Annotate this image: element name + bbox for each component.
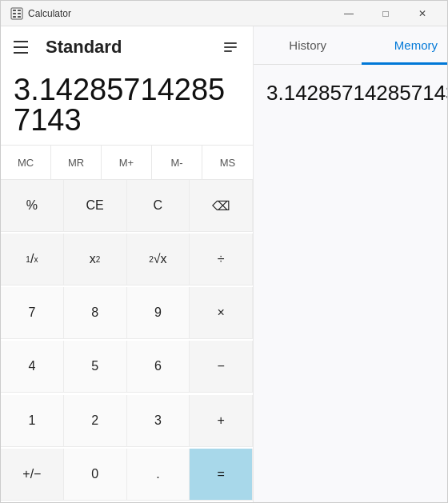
mr-button[interactable]: MR (51, 146, 102, 179)
backspace-button[interactable]: ⌫ (190, 180, 253, 232)
calc-buttons-grid: % CE C ⌫ 1/x x2 2√x ÷ 7 8 9 × 4 5 6 − 1 … (1, 180, 253, 502)
window-title: Calculator (28, 8, 71, 19)
5-button[interactable]: 5 (64, 341, 127, 393)
8-button[interactable]: 8 (64, 287, 127, 339)
0-button[interactable]: 0 (64, 449, 127, 501)
calculator-window: Calculator — □ ✕ Standard (0, 0, 448, 503)
header: Standard (1, 26, 253, 68)
equals-button[interactable]: = (190, 449, 253, 501)
ce-button[interactable]: CE (64, 180, 127, 232)
2-button[interactable]: 2 (64, 395, 127, 447)
svg-rect-9 (224, 50, 232, 52)
main-area: Standard 3.142857142857143 MC MR M+ M (1, 26, 447, 502)
minimize-button[interactable]: — (330, 1, 367, 26)
title-bar-left: Calculator (10, 7, 71, 20)
title-bar: Calculator — □ ✕ (1, 1, 447, 26)
maximize-button[interactable]: □ (367, 1, 404, 26)
display: 3.142857142857143 (1, 68, 253, 145)
svg-rect-1 (13, 10, 16, 11)
title-bar-controls: — □ ✕ (330, 1, 441, 26)
close-button[interactable]: ✕ (404, 1, 441, 26)
mode-title: Standard (46, 37, 221, 58)
memory-buttons-row: MC MR M+ M- MS (1, 145, 253, 180)
calculator-icon (10, 7, 23, 20)
1-button[interactable]: 1 (1, 395, 64, 447)
add-button[interactable]: + (190, 395, 253, 447)
svg-rect-2 (18, 10, 21, 11)
mc-button[interactable]: MC (1, 146, 51, 179)
svg-rect-5 (13, 16, 16, 18)
side-panel: History Memory 3.142857142857143 (253, 26, 447, 502)
6-button[interactable]: 6 (127, 341, 190, 393)
svg-rect-4 (18, 13, 21, 14)
ms-button[interactable]: MS (202, 146, 253, 179)
divide-button[interactable]: ÷ (190, 234, 253, 285)
square-button[interactable]: x2 (64, 234, 127, 285)
7-button[interactable]: 7 (1, 287, 64, 339)
3-button[interactable]: 3 (127, 395, 190, 447)
memory-content: 3.142857142857143 (254, 65, 447, 122)
svg-rect-3 (13, 13, 16, 14)
history-icon[interactable] (221, 38, 240, 57)
sqrt-button[interactable]: 2√x (127, 234, 190, 285)
mplus-button[interactable]: M+ (102, 146, 152, 179)
tabs: History Memory (254, 26, 447, 65)
mminus-button[interactable]: M- (152, 146, 202, 179)
svg-rect-6 (18, 16, 21, 18)
4-button[interactable]: 4 (1, 341, 64, 393)
c-button[interactable]: C (127, 180, 190, 232)
9-button[interactable]: 9 (127, 287, 190, 339)
tab-history[interactable]: History (254, 27, 362, 65)
multiply-button[interactable]: × (190, 287, 253, 339)
negate-button[interactable]: +/− (1, 449, 64, 501)
inverse-button[interactable]: 1/x (1, 234, 64, 285)
hamburger-button[interactable] (14, 36, 36, 58)
tab-memory[interactable]: Memory (362, 27, 447, 65)
percent-button[interactable]: % (1, 180, 64, 232)
decimal-button[interactable]: . (127, 449, 190, 501)
memory-item: 3.142857142857143 (266, 74, 447, 112)
display-value: 3.142857142857143 (14, 74, 240, 135)
svg-rect-7 (224, 42, 237, 44)
calc-panel: Standard 3.142857142857143 MC MR M+ M (1, 26, 253, 502)
svg-rect-8 (224, 46, 237, 48)
subtract-button[interactable]: − (190, 341, 253, 393)
